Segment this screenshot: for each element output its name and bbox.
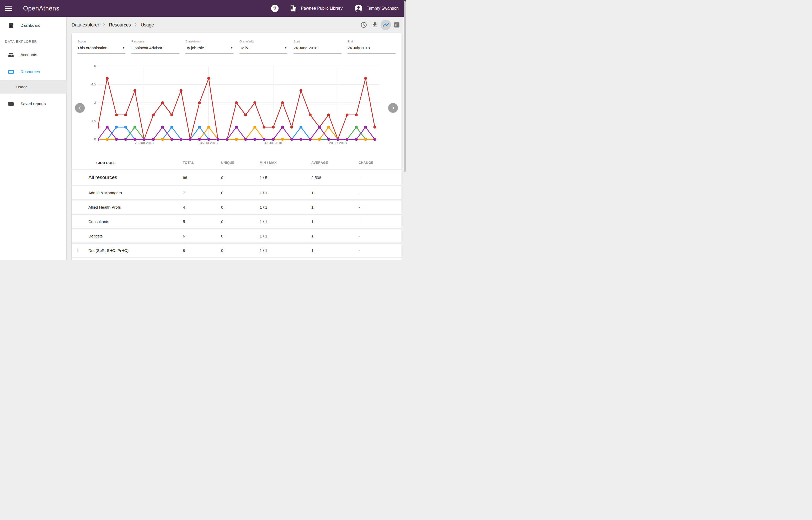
data-point[interactable] [318, 126, 321, 129]
data-point[interactable] [198, 101, 201, 104]
data-point[interactable] [373, 138, 376, 141]
table-row[interactable]: Drs (SpR, SHO, PrHO)801 / 11- [72, 244, 401, 257]
data-point[interactable] [253, 138, 256, 141]
data-point[interactable] [346, 113, 349, 116]
data-point[interactable] [170, 138, 173, 141]
data-point[interactable] [337, 138, 339, 141]
data-point[interactable] [106, 126, 108, 129]
data-point[interactable] [189, 138, 192, 141]
column-header-job-role[interactable]: ↑JOB ROLE [89, 161, 183, 165]
page-scrollbar[interactable] [404, 1, 406, 172]
data-point[interactable] [152, 113, 155, 116]
filter-breakdown[interactable]: BreakdownBy job role▼ [186, 40, 233, 54]
data-point[interactable] [309, 138, 312, 141]
data-point[interactable] [115, 126, 118, 129]
sidebar-item-dashboard[interactable]: Dashboard [0, 17, 66, 34]
data-point[interactable] [253, 101, 256, 104]
data-point[interactable] [281, 126, 284, 129]
sidebar-item-resources[interactable]: Resources [0, 63, 66, 80]
data-point[interactable] [346, 138, 349, 141]
data-point[interactable] [98, 126, 99, 129]
data-point[interactable] [106, 138, 108, 141]
table-row[interactable]: Dentists601 / 11- [72, 229, 401, 242]
data-point[interactable] [216, 138, 219, 141]
data-point[interactable] [115, 138, 118, 141]
menu-icon[interactable] [5, 6, 12, 11]
column-header-change[interactable]: CHANGE [359, 161, 401, 164]
data-point[interactable] [272, 126, 275, 129]
clock-icon[interactable] [359, 20, 369, 30]
data-point[interactable] [309, 113, 312, 116]
data-point[interactable] [281, 101, 284, 104]
data-point[interactable] [364, 138, 367, 141]
data-point[interactable] [235, 101, 238, 104]
data-point[interactable] [364, 126, 367, 129]
data-point[interactable] [299, 138, 302, 141]
table-row[interactable]: Consultants501 / 11- [72, 215, 401, 228]
data-point[interactable] [355, 126, 358, 129]
data-point[interactable] [253, 126, 256, 129]
user-chip[interactable]: Tammy Swanson [354, 4, 399, 13]
column-header-minmax[interactable]: MIN / MAX [260, 161, 311, 164]
filter-value[interactable]: Daily▼ [240, 46, 288, 54]
line-chart-icon[interactable] [380, 20, 391, 30]
filter-value[interactable]: 24 June 2018 [294, 46, 342, 54]
data-point[interactable] [355, 113, 358, 116]
column-header-average[interactable]: AVERAGE [311, 161, 359, 164]
data-point[interactable] [327, 126, 330, 129]
data-point[interactable] [263, 126, 265, 129]
filter-value[interactable]: Lippincott Advisor [131, 46, 179, 54]
data-point[interactable] [143, 138, 146, 141]
data-point[interactable] [161, 138, 164, 141]
data-point[interactable] [133, 89, 137, 92]
data-point[interactable] [207, 77, 210, 80]
data-point[interactable] [170, 113, 173, 116]
data-point[interactable] [170, 126, 173, 129]
data-point[interactable] [327, 138, 330, 141]
filter-end[interactable]: End24 July 2018 [347, 40, 395, 54]
table-row[interactable]: All resources6601 / 52.538- [72, 170, 401, 185]
data-point[interactable] [263, 138, 265, 141]
data-point[interactable] [152, 138, 155, 141]
column-header-total[interactable]: TOTAL [183, 161, 221, 164]
download-icon[interactable] [370, 20, 380, 30]
table-row[interactable]: Allied Health Profs401 / 11- [72, 201, 401, 214]
data-point[interactable] [180, 138, 182, 141]
chart-next-button[interactable] [388, 103, 398, 113]
breadcrumb-usage[interactable]: Usage [141, 22, 154, 28]
filter-value[interactable]: By job role▼ [186, 46, 233, 54]
data-point[interactable] [244, 138, 247, 141]
filter-granularity[interactable]: GranularityDaily▼ [240, 40, 288, 54]
data-point[interactable] [207, 138, 210, 141]
sidebar-item-saved-reports[interactable]: Saved reports [0, 95, 66, 112]
data-point[interactable] [207, 126, 210, 129]
data-point[interactable] [133, 126, 137, 129]
data-point[interactable] [124, 126, 127, 129]
filter-scope[interactable]: ScopeThis organisation▼ [77, 40, 125, 54]
data-point[interactable] [124, 138, 127, 141]
data-point[interactable] [355, 138, 358, 141]
filter-resource[interactable]: ResourceLippincott Advisor [131, 40, 179, 54]
data-point[interactable] [318, 138, 321, 141]
table-row[interactable]: Admin & Managers701 / 11- [72, 186, 401, 199]
data-point[interactable] [180, 89, 182, 92]
sidebar-item-accounts[interactable]: Accounts [0, 46, 66, 63]
data-point[interactable] [299, 126, 302, 129]
chart-prev-button[interactable] [75, 103, 85, 113]
data-point[interactable] [133, 138, 137, 141]
data-point[interactable] [161, 101, 164, 104]
sidebar-item-usage[interactable]: Usage [0, 80, 66, 94]
column-header-unique[interactable]: UNIQUE [221, 161, 260, 164]
breadcrumb-data-explorer[interactable]: Data explorer [72, 22, 99, 28]
data-point[interactable] [290, 126, 293, 129]
data-point[interactable] [226, 138, 229, 141]
table-row-partial[interactable] [72, 258, 401, 260]
data-point[interactable] [299, 89, 302, 92]
data-point[interactable] [115, 113, 118, 116]
data-point[interactable] [364, 77, 367, 80]
data-point[interactable] [161, 126, 164, 129]
filter-value[interactable]: 24 July 2018 [347, 46, 395, 54]
filter-start[interactable]: Start24 June 2018 [294, 40, 342, 54]
bar-chart-icon[interactable] [392, 20, 402, 30]
data-point[interactable] [106, 77, 108, 80]
